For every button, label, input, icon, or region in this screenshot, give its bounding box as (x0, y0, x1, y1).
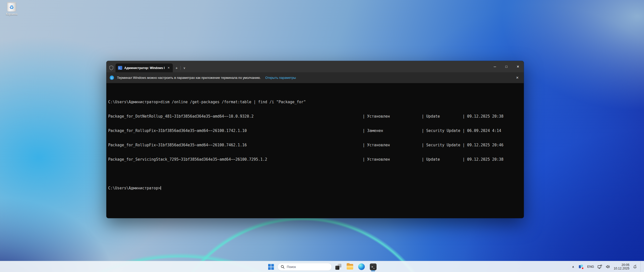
file-explorer-button[interactable] (345, 262, 355, 272)
terminal-tab[interactable]: >_ Администратор: Windows Po ✕ (115, 63, 173, 72)
terminal-app-icon: >_ (370, 263, 377, 270)
terminal-prompt: C:\Users\Администратор> (108, 186, 160, 190)
maximize-button[interactable]: □ (501, 61, 512, 72)
close-button[interactable]: ✕ (512, 61, 524, 72)
bell-sleep-icon: z (633, 264, 637, 269)
terminal-titlebar[interactable]: >_ Администратор: Windows Po ✕ + ∨ ─ □ ✕ (106, 61, 524, 72)
terminal-output-row: Package_for_DotNetRollup_481~31bf3856ad3… (108, 114, 522, 119)
terminal-cursor (160, 186, 161, 190)
tray-app-button[interactable] (578, 262, 585, 271)
minimize-button[interactable]: ─ (489, 61, 501, 72)
notifications-button[interactable]: z (631, 262, 638, 271)
tab-dropdown-button[interactable]: ∨ (181, 63, 188, 72)
tray-time: 20:05 (622, 263, 629, 267)
windows-logo-icon (268, 264, 274, 270)
network-button[interactable] (596, 262, 603, 271)
admin-shield-icon (107, 63, 115, 72)
tray-app-icon (579, 265, 584, 269)
banner-text: Терминал Windows можно настроить в парам… (117, 76, 261, 80)
banner-close-button[interactable]: ✕ (514, 75, 520, 81)
svg-text:z: z (635, 264, 636, 266)
terminal-command-line: C:\Users\Администратор>dism /online /get… (108, 100, 522, 105)
titlebar-drag-region[interactable] (188, 61, 489, 72)
tray-expand-button[interactable]: ∧ (570, 262, 577, 271)
speaker-icon (606, 265, 610, 269)
powershell-icon: >_ (118, 66, 122, 70)
recycle-bin-icon: ♻ (7, 2, 16, 12)
volume-button[interactable] (605, 262, 612, 271)
taskbar: >_ ∧ ENG 20:05 (0, 261, 644, 272)
terminal-window: >_ Администратор: Windows Po ✕ + ∨ ─ □ ✕… (106, 61, 524, 218)
terminal-output-row: Package_for_RollupFix~31bf3856ad364e35~a… (108, 143, 522, 148)
search-icon (281, 265, 285, 269)
terminal-blank-line (108, 172, 522, 176)
start-button[interactable] (266, 262, 276, 272)
info-icon: i (110, 76, 114, 80)
open-settings-link[interactable]: Открыть параметры (265, 76, 296, 80)
terminal-prompt-line: C:\Users\Администратор> (108, 186, 522, 191)
recycle-bin-label: Корзина (2, 12, 21, 16)
terminal-output-row: Package_for_ServicingStack_7295~31bf3856… (108, 157, 522, 162)
edge-button[interactable] (356, 262, 367, 272)
terminal-content[interactable]: C:\Users\Администратор>dism /online /get… (106, 83, 524, 200)
tray-date: 10.12.2025 (614, 267, 629, 270)
recycle-bin[interactable]: ♻ Корзина (2, 2, 21, 16)
search-input[interactable] (287, 265, 325, 269)
tab-title: Администратор: Windows Po (124, 66, 165, 70)
clock[interactable]: 20:05 10.12.2025 (613, 262, 630, 271)
language-indicator[interactable]: ENG (586, 262, 595, 271)
show-desktop-button[interactable] (640, 261, 642, 272)
new-tab-button[interactable]: + (173, 63, 180, 72)
task-view-button[interactable] (333, 262, 343, 272)
recycle-arrows-icon: ♻ (9, 5, 14, 10)
error-badge (581, 267, 584, 269)
default-terminal-banner: i Терминал Windows можно настроить в пар… (106, 72, 524, 83)
active-app-indicator (371, 270, 375, 271)
taskbar-search[interactable] (277, 263, 332, 271)
ethernet-icon (597, 265, 602, 269)
edge-icon (358, 263, 365, 270)
terminal-output-row: Package_for_RollupFix~31bf3856ad364e35~a… (108, 128, 522, 133)
folder-icon (347, 264, 353, 269)
terminal-taskbar-button[interactable]: >_ (368, 262, 378, 272)
tab-close-button[interactable]: ✕ (167, 66, 171, 70)
